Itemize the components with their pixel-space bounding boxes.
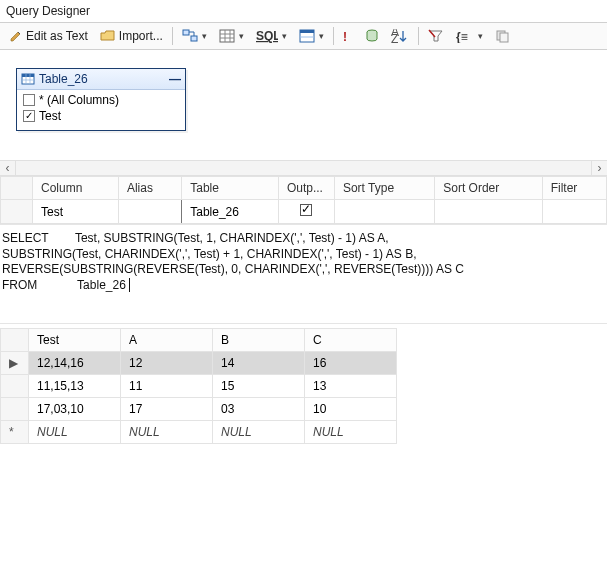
row-header[interactable] bbox=[1, 200, 33, 224]
table-icon bbox=[21, 73, 35, 85]
results-cell[interactable]: 11,15,13 bbox=[29, 375, 121, 398]
column-item-test[interactable]: ✓ Test bbox=[21, 108, 181, 124]
chevron-down-icon: ▾ bbox=[478, 31, 483, 41]
results-cell[interactable]: 17,03,10 bbox=[29, 398, 121, 421]
row-marker[interactable] bbox=[1, 398, 29, 421]
scroll-left-icon[interactable]: ‹ bbox=[0, 161, 16, 175]
results-row[interactable]: ▶ 12,14,16 12 14 16 bbox=[1, 352, 397, 375]
checkbox-icon[interactable] bbox=[23, 94, 35, 106]
show-results-pane-button[interactable]: ▾ bbox=[296, 27, 327, 45]
criteria-header[interactable]: Outp... bbox=[278, 177, 334, 200]
sql-pane[interactable]: SELECT Test, SUBSTRING(Test, 1, CHARINDE… bbox=[0, 224, 607, 324]
toolbar: Edit as Text Import... ▾ ▾ SQL ▾ ▾ ! bbox=[0, 23, 607, 50]
row-marker[interactable]: * bbox=[1, 421, 29, 444]
criteria-header[interactable]: Table bbox=[182, 177, 279, 200]
criteria-cell-column[interactable]: Test bbox=[33, 200, 119, 224]
svg-rect-0 bbox=[183, 30, 189, 35]
results-pane[interactable]: Test A B C ▶ 12,14,16 12 14 16 11,15,13 … bbox=[0, 328, 607, 444]
results-cell[interactable]: 14 bbox=[213, 352, 305, 375]
sql-line: REVERSE(SUBSTRING(REVERSE(Test), 0, CHAR… bbox=[2, 262, 464, 276]
results-cell[interactable]: NULL bbox=[29, 421, 121, 444]
filter-remove-icon bbox=[428, 29, 444, 43]
criteria-header[interactable]: Filter bbox=[542, 177, 606, 200]
column-label: Test bbox=[39, 109, 61, 123]
copy-button[interactable] bbox=[492, 27, 514, 45]
results-row[interactable]: 17,03,10 17 03 10 bbox=[1, 398, 397, 421]
row-header-blank bbox=[1, 329, 29, 352]
criteria-header[interactable]: Column bbox=[33, 177, 119, 200]
criteria-header[interactable]: Alias bbox=[118, 177, 181, 200]
results-cell[interactable]: NULL bbox=[213, 421, 305, 444]
sort-asc-button[interactable]: AZ bbox=[388, 27, 412, 45]
row-marker[interactable] bbox=[1, 375, 29, 398]
sql-line: SELECT Test, SUBSTRING(Test, 1, CHARINDE… bbox=[2, 231, 389, 245]
diagram-pane[interactable]: Table_26 — * (All Columns) ✓ Test bbox=[0, 50, 607, 160]
import-label: Import... bbox=[119, 29, 163, 43]
edit-as-text-button[interactable]: Edit as Text bbox=[6, 27, 91, 45]
scrollbar-horizontal[interactable]: ‹ › bbox=[0, 160, 607, 176]
exclamation-icon: ! bbox=[343, 28, 353, 44]
scroll-right-icon[interactable]: › bbox=[591, 161, 607, 175]
results-header[interactable]: B bbox=[213, 329, 305, 352]
results-cell[interactable]: 10 bbox=[305, 398, 397, 421]
criteria-cell-alias[interactable] bbox=[118, 200, 181, 224]
results-header-row: Test A B C bbox=[1, 329, 397, 352]
criteria-header[interactable]: Sort Order bbox=[435, 177, 542, 200]
checkbox-checked-icon[interactable]: ✓ bbox=[23, 110, 35, 122]
minimize-icon[interactable]: — bbox=[169, 72, 181, 86]
criteria-cell-table[interactable]: Table_26 bbox=[182, 200, 279, 224]
show-criteria-pane-button[interactable]: ▾ bbox=[216, 27, 247, 45]
table-box[interactable]: Table_26 — * (All Columns) ✓ Test bbox=[16, 68, 186, 131]
results-row[interactable]: 11,15,13 11 15 13 bbox=[1, 375, 397, 398]
results-header[interactable]: C bbox=[305, 329, 397, 352]
chevron-down-icon: ▾ bbox=[202, 31, 207, 41]
add-expression-button[interactable]: {≡ ▾ bbox=[453, 27, 486, 45]
criteria-row[interactable]: Test Table_26 bbox=[1, 200, 607, 224]
sql-line: FROM Table_26 bbox=[2, 278, 126, 292]
separator-icon bbox=[172, 27, 173, 45]
results-header[interactable]: A bbox=[121, 329, 213, 352]
database-icon bbox=[365, 29, 379, 43]
copy-icon bbox=[495, 29, 511, 43]
brackets-icon: {≡ bbox=[456, 29, 474, 43]
svg-rect-12 bbox=[500, 33, 508, 42]
remove-filter-button[interactable] bbox=[425, 27, 447, 45]
results-cell[interactable]: 15 bbox=[213, 375, 305, 398]
results-cell[interactable]: 11 bbox=[121, 375, 213, 398]
column-item-all[interactable]: * (All Columns) bbox=[21, 92, 181, 108]
results-cell[interactable]: NULL bbox=[305, 421, 397, 444]
results-header[interactable]: Test bbox=[29, 329, 121, 352]
import-button[interactable]: Import... bbox=[97, 27, 166, 45]
criteria-pane[interactable]: Column Alias Table Outp... Sort Type Sor… bbox=[0, 176, 607, 224]
group-by-button[interactable] bbox=[362, 27, 382, 45]
show-sql-pane-button[interactable]: SQL ▾ bbox=[253, 27, 290, 45]
criteria-cell-filter[interactable] bbox=[542, 200, 606, 224]
criteria-header-row: Column Alias Table Outp... Sort Type Sor… bbox=[1, 177, 607, 200]
criteria-cell-sort-order[interactable] bbox=[435, 200, 542, 224]
sort-az-icon: AZ bbox=[391, 29, 409, 43]
run-button[interactable]: ! bbox=[340, 26, 356, 46]
results-cell[interactable]: 13 bbox=[305, 375, 397, 398]
criteria-cell-sort-type[interactable] bbox=[334, 200, 434, 224]
table-box-header[interactable]: Table_26 — bbox=[17, 69, 185, 90]
results-cell[interactable]: 16 bbox=[305, 352, 397, 375]
criteria-header[interactable]: Sort Type bbox=[334, 177, 434, 200]
title-bar: Query Designer bbox=[0, 0, 607, 23]
svg-text:{≡: {≡ bbox=[456, 30, 468, 43]
show-diagram-pane-button[interactable]: ▾ bbox=[179, 27, 210, 45]
results-cell[interactable]: 12 bbox=[121, 352, 213, 375]
results-cell[interactable]: NULL bbox=[121, 421, 213, 444]
row-header-blank bbox=[1, 177, 33, 200]
results-cell[interactable]: 17 bbox=[121, 398, 213, 421]
chevron-down-icon: ▾ bbox=[239, 31, 244, 41]
row-marker[interactable]: ▶ bbox=[1, 352, 29, 375]
results-cell[interactable]: 03 bbox=[213, 398, 305, 421]
separator-icon bbox=[418, 27, 419, 45]
criteria-cell-output[interactable] bbox=[278, 200, 334, 224]
checkbox-checked-icon[interactable] bbox=[300, 204, 312, 216]
results-row-new[interactable]: * NULL NULL NULL NULL bbox=[1, 421, 397, 444]
table-name: Table_26 bbox=[39, 72, 165, 86]
results-cell[interactable]: 12,14,16 bbox=[29, 352, 121, 375]
svg-rect-5 bbox=[300, 30, 314, 33]
chevron-down-icon: ▾ bbox=[282, 31, 287, 41]
